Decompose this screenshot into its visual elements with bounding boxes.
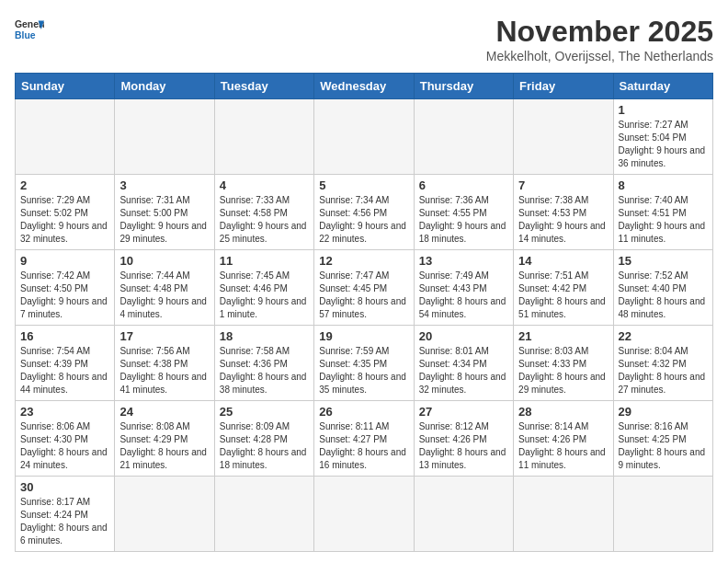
week-row-5: 30Sunrise: 8:17 AM Sunset: 4:24 PM Dayli… — [16, 477, 713, 552]
day-info: Sunrise: 8:11 AM Sunset: 4:27 PM Dayligh… — [319, 420, 408, 472]
calendar-cell — [514, 99, 613, 175]
calendar-cell: 10Sunrise: 7:44 AM Sunset: 4:48 PM Dayli… — [115, 250, 214, 326]
day-info: Sunrise: 7:42 AM Sunset: 4:50 PM Dayligh… — [20, 270, 109, 321]
day-number: 26 — [319, 405, 408, 419]
day-info: Sunrise: 7:58 AM Sunset: 4:36 PM Dayligh… — [220, 345, 309, 396]
day-info: Sunrise: 8:09 AM Sunset: 4:28 PM Dayligh… — [220, 420, 309, 472]
day-number: 4 — [220, 178, 309, 192]
calendar-cell: 8Sunrise: 7:40 AM Sunset: 4:51 PM Daylig… — [613, 175, 712, 250]
header-thursday: Thursday — [414, 74, 513, 99]
day-info: Sunrise: 7:47 AM Sunset: 4:45 PM Dayligh… — [319, 270, 408, 321]
calendar-cell — [115, 477, 214, 552]
day-info: Sunrise: 7:29 AM Sunset: 5:02 PM Dayligh… — [20, 194, 109, 246]
header-friday: Friday — [514, 74, 613, 99]
day-info: Sunrise: 7:31 AM Sunset: 5:00 PM Dayligh… — [119, 194, 209, 246]
calendar-cell — [16, 99, 115, 175]
day-info: Sunrise: 8:14 AM Sunset: 4:26 PM Dayligh… — [518, 420, 608, 472]
day-number: 1 — [619, 103, 708, 117]
logo-icon: General Blue — [15, 15, 44, 44]
calendar-cell: 24Sunrise: 8:08 AM Sunset: 4:29 PM Dayli… — [115, 401, 214, 477]
calendar-cell — [314, 99, 414, 175]
day-number: 25 — [220, 405, 309, 419]
week-row-0: 1Sunrise: 7:27 AM Sunset: 5:04 PM Daylig… — [16, 99, 713, 175]
day-info: Sunrise: 7:49 AM Sunset: 4:43 PM Dayligh… — [419, 270, 508, 321]
location-title: Mekkelholt, Overijssel, The Netherlands — [486, 49, 713, 63]
calendar-cell: 3Sunrise: 7:31 AM Sunset: 5:00 PM Daylig… — [115, 175, 214, 250]
day-number: 12 — [319, 254, 408, 268]
calendar-cell: 12Sunrise: 7:47 AM Sunset: 4:45 PM Dayli… — [314, 250, 414, 326]
day-number: 6 — [419, 178, 508, 192]
day-number: 23 — [20, 405, 109, 419]
day-info: Sunrise: 7:44 AM Sunset: 4:48 PM Dayligh… — [119, 270, 209, 321]
day-number: 30 — [20, 480, 109, 494]
calendar-cell — [214, 99, 313, 175]
calendar-cell: 2Sunrise: 7:29 AM Sunset: 5:02 PM Daylig… — [16, 175, 115, 250]
header-saturday: Saturday — [613, 74, 712, 99]
day-info: Sunrise: 8:06 AM Sunset: 4:30 PM Dayligh… — [20, 420, 109, 472]
header-tuesday: Tuesday — [214, 74, 313, 99]
day-number: 27 — [419, 405, 508, 419]
day-number: 3 — [119, 178, 209, 192]
day-info: Sunrise: 8:01 AM Sunset: 4:34 PM Dayligh… — [419, 345, 508, 396]
calendar-cell: 21Sunrise: 8:03 AM Sunset: 4:33 PM Dayli… — [514, 326, 613, 401]
day-number: 15 — [619, 254, 708, 268]
week-row-3: 16Sunrise: 7:54 AM Sunset: 4:39 PM Dayli… — [16, 326, 713, 401]
day-info: Sunrise: 7:40 AM Sunset: 4:51 PM Dayligh… — [619, 194, 708, 246]
calendar-cell: 28Sunrise: 8:14 AM Sunset: 4:26 PM Dayli… — [514, 401, 613, 477]
header-monday: Monday — [115, 74, 214, 99]
week-row-1: 2Sunrise: 7:29 AM Sunset: 5:02 PM Daylig… — [16, 175, 713, 250]
day-number: 17 — [119, 329, 209, 343]
day-info: Sunrise: 7:38 AM Sunset: 4:53 PM Dayligh… — [518, 194, 608, 246]
day-info: Sunrise: 7:36 AM Sunset: 4:55 PM Dayligh… — [419, 194, 508, 246]
calendar-cell: 20Sunrise: 8:01 AM Sunset: 4:34 PM Dayli… — [414, 326, 513, 401]
day-info: Sunrise: 8:16 AM Sunset: 4:25 PM Dayligh… — [619, 420, 708, 472]
day-info: Sunrise: 7:33 AM Sunset: 4:58 PM Dayligh… — [220, 194, 309, 246]
calendar-cell: 11Sunrise: 7:45 AM Sunset: 4:46 PM Dayli… — [214, 250, 313, 326]
day-info: Sunrise: 8:17 AM Sunset: 4:24 PM Dayligh… — [20, 496, 109, 547]
day-number: 29 — [619, 405, 708, 419]
header-sunday: Sunday — [16, 74, 115, 99]
svg-text:Blue: Blue — [15, 30, 36, 40]
day-number: 20 — [419, 329, 508, 343]
month-title: November 2025 — [486, 15, 713, 49]
calendar-cell: 25Sunrise: 8:09 AM Sunset: 4:28 PM Dayli… — [214, 401, 313, 477]
calendar-cell — [214, 477, 313, 552]
day-number: 28 — [518, 405, 608, 419]
day-info: Sunrise: 7:52 AM Sunset: 4:40 PM Dayligh… — [619, 270, 708, 321]
day-info: Sunrise: 8:04 AM Sunset: 4:32 PM Dayligh… — [619, 345, 708, 396]
calendar-cell: 26Sunrise: 8:11 AM Sunset: 4:27 PM Dayli… — [314, 401, 414, 477]
page-header: General Blue November 2025 Mekkelholt, O… — [15, 15, 713, 63]
calendar-cell: 22Sunrise: 8:04 AM Sunset: 4:32 PM Dayli… — [613, 326, 712, 401]
calendar-cell: 23Sunrise: 8:06 AM Sunset: 4:30 PM Dayli… — [16, 401, 115, 477]
calendar-cell — [115, 99, 214, 175]
calendar-cell: 13Sunrise: 7:49 AM Sunset: 4:43 PM Dayli… — [414, 250, 513, 326]
day-number: 11 — [220, 254, 309, 268]
day-info: Sunrise: 8:03 AM Sunset: 4:33 PM Dayligh… — [518, 345, 608, 396]
day-info: Sunrise: 8:08 AM Sunset: 4:29 PM Dayligh… — [119, 420, 209, 472]
day-info: Sunrise: 8:12 AM Sunset: 4:26 PM Dayligh… — [419, 420, 508, 472]
calendar-cell — [314, 477, 414, 552]
calendar-cell: 1Sunrise: 7:27 AM Sunset: 5:04 PM Daylig… — [613, 99, 712, 175]
logo: General Blue — [15, 15, 44, 44]
day-number: 2 — [20, 178, 109, 192]
calendar-cell: 29Sunrise: 8:16 AM Sunset: 4:25 PM Dayli… — [613, 401, 712, 477]
calendar-cell: 15Sunrise: 7:52 AM Sunset: 4:40 PM Dayli… — [613, 250, 712, 326]
day-number: 5 — [319, 178, 408, 192]
day-info: Sunrise: 7:56 AM Sunset: 4:38 PM Dayligh… — [119, 345, 209, 396]
calendar-cell: 27Sunrise: 8:12 AM Sunset: 4:26 PM Dayli… — [414, 401, 513, 477]
day-number: 14 — [518, 254, 608, 268]
day-number: 8 — [619, 178, 708, 192]
calendar-cell — [414, 99, 513, 175]
day-number: 21 — [518, 329, 608, 343]
week-row-2: 9Sunrise: 7:42 AM Sunset: 4:50 PM Daylig… — [16, 250, 713, 326]
day-number: 7 — [518, 178, 608, 192]
day-number: 19 — [319, 329, 408, 343]
calendar-cell: 19Sunrise: 7:59 AM Sunset: 4:35 PM Dayli… — [314, 326, 414, 401]
calendar-cell: 7Sunrise: 7:38 AM Sunset: 4:53 PM Daylig… — [514, 175, 613, 250]
day-info: Sunrise: 7:51 AM Sunset: 4:42 PM Dayligh… — [518, 270, 608, 321]
calendar-cell: 9Sunrise: 7:42 AM Sunset: 4:50 PM Daylig… — [16, 250, 115, 326]
calendar-cell: 17Sunrise: 7:56 AM Sunset: 4:38 PM Dayli… — [115, 326, 214, 401]
day-info: Sunrise: 7:34 AM Sunset: 4:56 PM Dayligh… — [319, 194, 408, 246]
title-block: November 2025 Mekkelholt, Overijssel, Th… — [486, 15, 713, 63]
day-number: 16 — [20, 329, 109, 343]
